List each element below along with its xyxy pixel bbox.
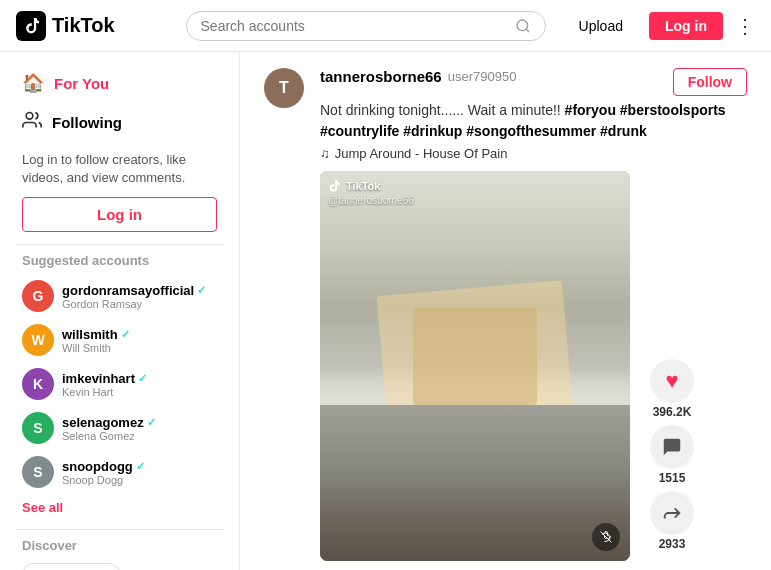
post-user-info: tannerosborne66 user790950	[320, 68, 516, 85]
comment-count: 1515	[659, 471, 686, 485]
suggested-accounts-title: Suggested accounts	[22, 253, 217, 268]
search-icon	[515, 18, 531, 34]
post-userid: user790950	[448, 69, 517, 84]
post-music[interactable]: ♫ Jump Around - House Of Pain	[320, 146, 747, 161]
tiktok-watermark: TikTok	[328, 179, 380, 193]
display-name-selenagomez: Selena Gomez	[62, 430, 156, 442]
for-you-label: For You	[54, 75, 109, 92]
username-kevinhart: imkevinhart ✓	[62, 371, 147, 386]
sidebar-item-for-you[interactable]: 🏠 For You	[16, 64, 223, 102]
logo-area: TikTok	[16, 11, 176, 41]
post-caption: Not drinking tonight...... Wait a minute…	[320, 100, 747, 142]
share-icon	[661, 502, 683, 524]
login-prompt-text: Log in to follow creators, like videos, …	[22, 151, 217, 187]
avatar-willsmith: W	[22, 324, 54, 356]
share-count: 2933	[659, 537, 686, 551]
login-button[interactable]: Log in	[649, 12, 723, 40]
username-snoopdogg: snoopdogg ✓	[62, 459, 145, 474]
follow-button[interactable]: Follow	[673, 68, 747, 96]
avatar-selenagomez: S	[22, 412, 54, 444]
following-icon	[22, 110, 42, 135]
header-actions: Upload Log in ⋮	[565, 12, 755, 40]
video-username-watermark: @tannerosborne66	[328, 195, 414, 206]
account-item-kevinhart[interactable]: K imkevinhart ✓ Kevin Hart	[16, 362, 223, 406]
tag-tiktokcomida[interactable]: # tiktokcomida	[22, 563, 121, 570]
display-name-willsmith: Will Smith	[62, 342, 130, 354]
svg-rect-0	[16, 11, 46, 41]
heart-icon: ♥	[665, 368, 678, 394]
upload-button[interactable]: Upload	[565, 12, 637, 40]
account-item-selenagomez[interactable]: S selenagomez ✓ Selena Gomez	[16, 406, 223, 450]
username-gordon: gordonramsayofficial ✓	[62, 283, 206, 298]
comment-icon-circle	[650, 425, 694, 469]
avatar-snoopdogg: S	[22, 456, 54, 488]
video-thumbnail	[320, 171, 630, 561]
avatar-gordon: G	[22, 280, 54, 312]
video-container[interactable]: TikTok @tannerosborne66	[320, 171, 630, 561]
sidebar: 🏠 For You Following Log in to follow cre…	[0, 52, 240, 570]
post-content: tannerosborne66 user790950 Follow Not dr…	[320, 68, 747, 561]
video-and-actions: TikTok @tannerosborne66	[320, 171, 747, 561]
account-item-gordon[interactable]: G gordonramsayofficial ✓ Gordon Ramsay	[16, 274, 223, 318]
svg-line-2	[526, 29, 529, 32]
sidebar-item-following[interactable]: Following	[16, 102, 223, 143]
share-action[interactable]: 2933	[650, 491, 694, 551]
main-feed: T tannerosborne66 user790950 Follow Not …	[240, 52, 771, 570]
like-icon-circle: ♥	[650, 359, 694, 403]
username-willsmith: willsmith ✓	[62, 327, 130, 342]
verified-badge-kevinhart: ✓	[138, 372, 147, 385]
like-action[interactable]: ♥ 396.2K	[650, 359, 694, 419]
following-label: Following	[52, 114, 122, 131]
avatar-kevinhart: K	[22, 368, 54, 400]
svg-point-1	[517, 20, 528, 31]
display-name-gordon: Gordon Ramsay	[62, 298, 206, 310]
display-name-snoopdogg: Snoop Dogg	[62, 474, 145, 486]
comment-action[interactable]: 1515	[650, 425, 694, 485]
verified-badge-willsmith: ✓	[121, 328, 130, 341]
verified-badge-selenagomez: ✓	[147, 416, 156, 429]
divider-2	[16, 529, 223, 530]
account-item-snoopdogg[interactable]: S snoopdogg ✓ Snoop Dogg	[16, 450, 223, 494]
logo-text: TikTok	[52, 14, 115, 37]
sidebar-login-button[interactable]: Log in	[22, 197, 217, 232]
share-icon-circle	[650, 491, 694, 535]
comment-icon	[661, 436, 683, 458]
svg-point-3	[26, 113, 33, 120]
volume-button[interactable]	[592, 523, 620, 551]
discover-tags-container: # tiktokcomida # herecomestheboy # summe…	[16, 559, 223, 570]
see-all-link[interactable]: See all	[16, 494, 223, 521]
account-item-willsmith[interactable]: W willsmith ✓ Will Smith	[16, 318, 223, 362]
divider-1	[16, 244, 223, 245]
search-bar[interactable]	[186, 11, 546, 41]
post-avatar[interactable]: T	[264, 68, 304, 108]
post-username[interactable]: tannerosborne66	[320, 68, 442, 85]
verified-badge-gordon: ✓	[197, 284, 206, 297]
main-layout: 🏠 For You Following Log in to follow cre…	[0, 52, 771, 570]
username-selenagomez: selenagomez ✓	[62, 415, 156, 430]
verified-badge-snoopdogg: ✓	[136, 460, 145, 473]
tiktok-logo-icon	[16, 11, 46, 41]
search-input[interactable]	[201, 18, 507, 34]
discover-title: Discover	[22, 538, 217, 553]
video-post: T tannerosborne66 user790950 Follow Not …	[264, 68, 747, 561]
music-note-icon: ♫	[320, 146, 330, 161]
home-icon: 🏠	[22, 72, 44, 94]
display-name-kevinhart: Kevin Hart	[62, 386, 147, 398]
video-controls	[592, 523, 620, 551]
like-count: 396.2K	[653, 405, 692, 419]
more-options-icon[interactable]: ⋮	[735, 14, 755, 38]
post-header: tannerosborne66 user790950 Follow	[320, 68, 747, 96]
video-actions: ♥ 396.2K 1515	[650, 359, 694, 561]
app-header: TikTok Upload Log in ⋮	[0, 0, 771, 52]
